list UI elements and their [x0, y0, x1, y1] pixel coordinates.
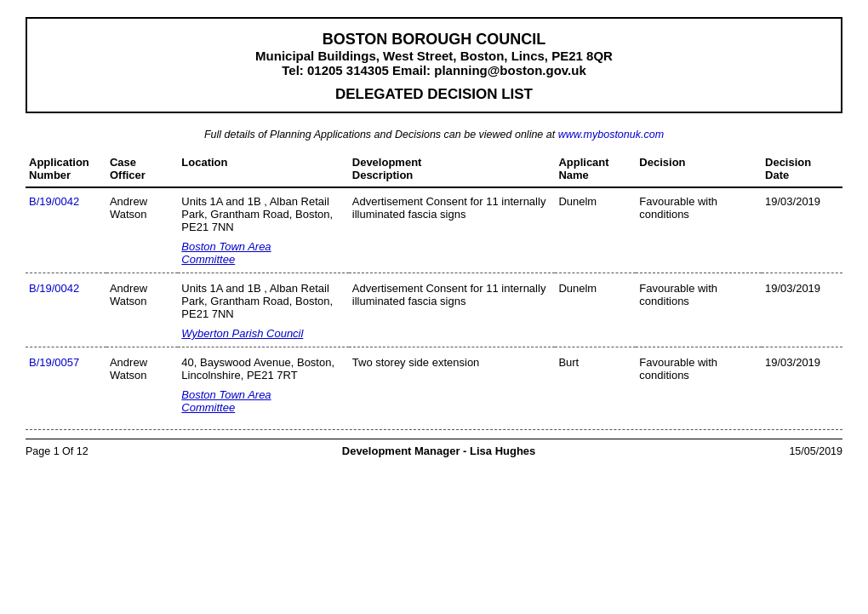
cell-app-number: B/19/0057	[26, 347, 106, 422]
table-header-row: ApplicationNumber CaseOfficer Location D…	[26, 152, 842, 187]
council-subtitle: Municipal Buildings, West Street, Boston…	[44, 49, 824, 63]
cell-location: Units 1A and 1B , Alban Retail Park, Gra…	[178, 187, 348, 273]
table-row: B/19/0042AndrewWatsonUnits 1A and 1B , A…	[26, 273, 842, 347]
cell-applicant: Burt	[555, 347, 636, 422]
final-dashed-line	[26, 429, 842, 430]
manager-name: Development Manager - Lisa Hughes	[342, 445, 536, 457]
cell-app-number: B/19/0042	[26, 273, 106, 347]
cell-decision-date: 19/03/2019	[762, 273, 842, 347]
col-header-case: CaseOfficer	[106, 152, 178, 187]
cell-decision: Favourable with conditions	[636, 347, 762, 422]
app-number-link[interactable]: B/19/0042	[29, 195, 79, 208]
cell-decision-date: 19/03/2019	[762, 347, 842, 422]
cell-dev-desc: Two storey side extension	[349, 347, 556, 422]
info-text: Full details of Planning Applications an…	[204, 129, 555, 141]
header-box: BOSTON BOROUGH COUNCIL Municipal Buildin…	[26, 17, 842, 113]
page-footer: Page 1 Of 12 Development Manager - Lisa …	[26, 439, 842, 457]
location-text: 40, Bayswood Avenue, Boston, Lincolnshir…	[181, 356, 334, 382]
location-text: Units 1A and 1B , Alban Retail Park, Gra…	[181, 195, 333, 233]
cell-location: 40, Bayswood Avenue, Boston, Lincolnshir…	[178, 347, 348, 422]
committee-link[interactable]: Wyberton Parish Council	[181, 327, 343, 340]
col-header-loc: Location	[178, 152, 348, 187]
col-header-decdate: DecisionDate	[762, 152, 842, 187]
cell-app-number: B/19/0042	[26, 187, 106, 273]
delegated-title: DELEGATED DECISION LIST	[44, 86, 824, 103]
cell-dev-desc: Advertisement Consent for 11 internally …	[349, 187, 556, 273]
info-line: Full details of Planning Applications an…	[26, 129, 842, 141]
cell-case-officer: AndrewWatson	[106, 273, 178, 347]
council-contact: Tel: 01205 314305 Email: planning@boston…	[44, 63, 824, 77]
footer-date: 15/05/2019	[789, 445, 842, 457]
cell-location: Units 1A and 1B , Alban Retail Park, Gra…	[178, 273, 348, 347]
committee-link[interactable]: Boston Town AreaCommittee	[181, 240, 343, 266]
col-header-decision: Decision	[636, 152, 762, 187]
page-number: Page 1 Of 12	[26, 445, 89, 457]
committee-link[interactable]: Boston Town AreaCommittee	[181, 388, 343, 414]
cell-decision: Favourable with conditions	[636, 273, 762, 347]
cell-decision-date: 19/03/2019	[762, 187, 842, 273]
cell-dev-desc: Advertisement Consent for 11 internally …	[349, 273, 556, 347]
cell-applicant: Dunelm	[555, 187, 636, 273]
cell-decision: Favourable with conditions	[636, 187, 762, 273]
app-number-link[interactable]: B/19/0057	[29, 356, 79, 369]
decisions-table: ApplicationNumber CaseOfficer Location D…	[26, 152, 842, 421]
council-title: BOSTON BOROUGH COUNCIL	[44, 31, 824, 49]
table-row: B/19/0057AndrewWatson40, Bayswood Avenue…	[26, 347, 842, 422]
col-header-dev: DevelopmentDescription	[349, 152, 556, 187]
location-text: Units 1A and 1B , Alban Retail Park, Gra…	[181, 282, 333, 320]
cell-case-officer: AndrewWatson	[106, 187, 178, 273]
cell-applicant: Dunelm	[555, 273, 636, 347]
info-link[interactable]: www.mybostonuk.com	[558, 129, 664, 141]
app-number-link[interactable]: B/19/0042	[29, 282, 79, 295]
cell-case-officer: AndrewWatson	[106, 347, 178, 422]
col-header-app: ApplicationNumber	[26, 152, 106, 187]
col-header-applicant: ApplicantName	[555, 152, 636, 187]
table-row: B/19/0042AndrewWatsonUnits 1A and 1B , A…	[26, 187, 842, 273]
